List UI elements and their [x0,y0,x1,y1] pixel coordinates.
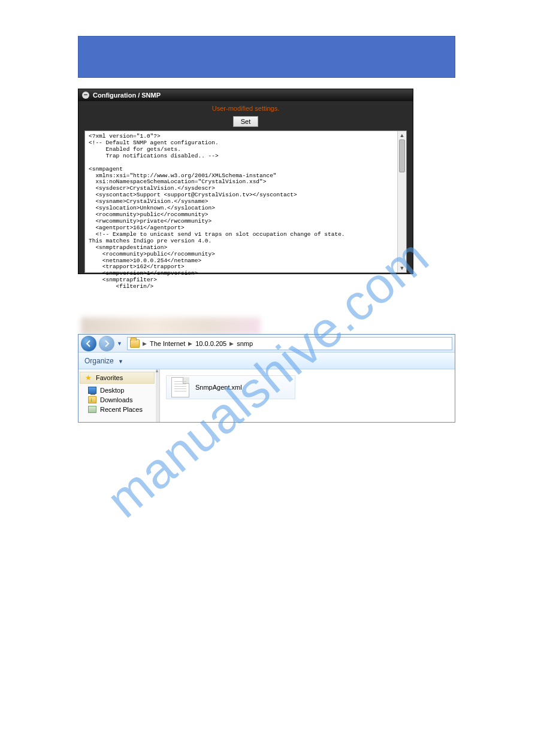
forward-button[interactable] [99,336,114,351]
downloads-icon [88,396,96,403]
breadcrumb-root[interactable]: The Internet [150,340,185,347]
scroll-down-icon[interactable]: ▼ [398,264,406,272]
breadcrumb-separator-icon[interactable]: ▶ [229,341,234,347]
desktop-icon [88,387,96,394]
back-button[interactable] [81,336,96,351]
recent-places-icon [88,406,96,413]
xml-content[interactable]: <?xml version="1.0"?> <!-- Default SNMP … [85,131,406,293]
blurred-region [81,317,261,335]
file-tile-snmpagent[interactable]: SnmpAgent.xml [166,375,295,399]
xml-file-icon [171,377,189,397]
explorer-toolbar: ▼ ▶ The Internet ▶ 10.0.0.205 ▶ snmp [78,335,455,353]
explorer-sidebar: ★ Favorites Desktop Downloads Recent Pla… [78,369,156,422]
organize-label: Organize [84,357,114,365]
sidebar-item-desktop[interactable]: Desktop [78,385,156,395]
config-status-message: User-modified settings. [78,105,413,112]
config-title: Configuration / SNMP [93,92,161,99]
breadcrumb-folder[interactable]: snmp [237,340,253,347]
explorer-content: SnmpAgent.xml [160,369,455,422]
sidebar-item-recent-places[interactable]: Recent Places [78,405,156,414]
config-panel: − Configuration / SNMP User-modified set… [78,89,413,274]
address-bar[interactable]: ▶ The Internet ▶ 10.0.0.205 ▶ snmp [127,337,452,350]
breadcrumb-ip[interactable]: 10.0.0.205 [195,340,226,347]
dropdown-arrow-icon: ▼ [118,359,123,365]
set-button[interactable]: Set [233,116,259,127]
file-name: SnmpAgent.xml [195,384,242,391]
history-dropdown-icon[interactable]: ▼ [117,341,122,347]
scroll-up-icon[interactable]: ▲ [398,131,406,139]
desktop-label: Desktop [100,387,124,394]
folder-icon [130,339,140,348]
collapse-icon[interactable]: − [82,92,89,99]
config-body: User-modified settings. Set <?xml versio… [78,101,413,273]
explorer-menubar: Organize ▼ [78,353,455,369]
star-icon: ★ [84,374,92,382]
explorer-body: ★ Favorites Desktop Downloads Recent Pla… [78,369,455,422]
downloads-label: Downloads [100,396,132,403]
explorer-window: ▼ ▶ The Internet ▶ 10.0.0.205 ▶ snmp Org… [78,334,455,423]
xml-textarea[interactable]: <?xml version="1.0"?> <!-- Default SNMP … [84,130,407,273]
sidebar-splitter[interactable] [156,369,160,422]
blue-banner [78,36,455,78]
breadcrumb-separator-icon[interactable]: ▶ [188,341,192,347]
scrollbar[interactable]: ▲ ▼ [397,131,406,272]
config-titlebar: − Configuration / SNMP [78,89,413,101]
scroll-thumb[interactable] [399,139,405,172]
sidebar-item-favorites[interactable]: ★ Favorites [80,372,155,384]
breadcrumb-separator-icon[interactable]: ▶ [143,341,147,347]
recent-places-label: Recent Places [100,406,143,413]
favorites-label: Favorites [96,374,123,381]
organize-menu[interactable]: Organize ▼ [84,357,123,365]
sidebar-item-downloads[interactable]: Downloads [78,395,156,405]
